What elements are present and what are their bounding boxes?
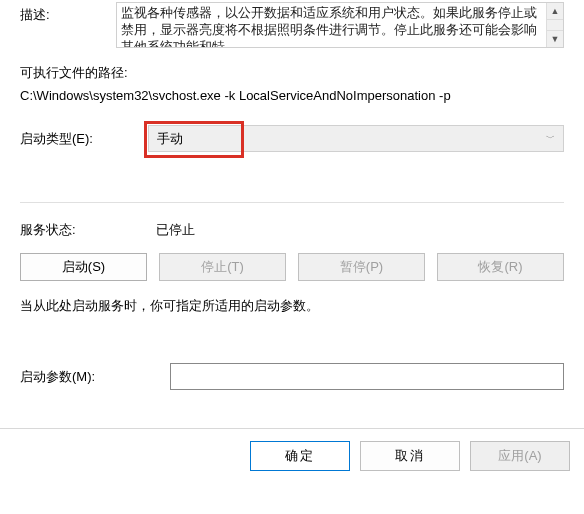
chevron-down-icon: ﹀ — [546, 132, 555, 145]
scroll-down-icon[interactable]: ▼ — [546, 30, 563, 47]
section-divider — [20, 202, 564, 203]
start-parameters-input[interactable] — [170, 363, 564, 390]
pause-button: 暂停(P) — [298, 253, 425, 281]
service-status-label: 服务状态: — [20, 221, 76, 239]
stop-button: 停止(T) — [159, 253, 286, 281]
startup-type-select[interactable]: 手动 ﹀ — [148, 125, 564, 152]
executable-path-value: C:\Windows\system32\svchost.exe -k Local… — [20, 88, 564, 103]
startup-hint: 当从此处启动服务时，你可指定所适用的启动参数。 — [20, 297, 564, 315]
scroll-up-icon[interactable]: ▲ — [546, 3, 563, 20]
description-label: 描述: — [20, 2, 56, 24]
apply-button: 应用(A) — [470, 441, 570, 471]
cancel-button[interactable]: 取消 — [360, 441, 460, 471]
service-status-value: 已停止 — [156, 221, 195, 239]
startup-type-value: 手动 — [157, 130, 546, 148]
startup-type-label: 启动类型(E): — [20, 130, 93, 148]
executable-path-label: 可执行文件的路径: — [20, 64, 564, 82]
start-button[interactable]: 启动(S) — [20, 253, 147, 281]
ok-button[interactable]: 确定 — [250, 441, 350, 471]
scroll-track[interactable] — [546, 20, 563, 30]
description-textarea[interactable]: 监视各种传感器，以公开数据和适应系统和用户状态。如果此服务停止或禁用，显示器亮度… — [116, 2, 564, 48]
resume-button: 恢复(R) — [437, 253, 564, 281]
description-text: 监视各种传感器，以公开数据和适应系统和用户状态。如果此服务停止或禁用，显示器亮度… — [117, 3, 545, 48]
start-parameters-label: 启动参数(M): — [20, 368, 95, 386]
